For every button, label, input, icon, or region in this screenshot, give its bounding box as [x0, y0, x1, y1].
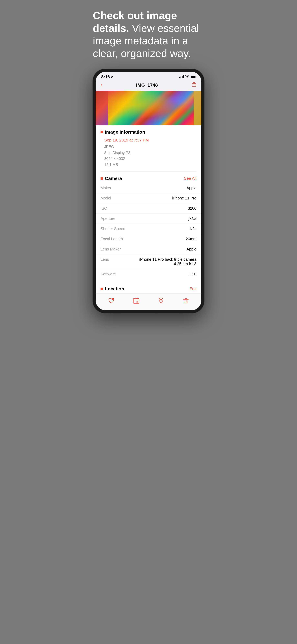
tab-favorites[interactable]: ♡	[99, 297, 124, 304]
maker-value: Apple	[187, 186, 196, 190]
time-display: 8:16	[101, 74, 110, 79]
tab-location[interactable]	[149, 297, 173, 304]
model-value: iPhone 11 Pro	[172, 196, 196, 200]
software-label: Software	[101, 272, 131, 276]
content-area: Image Information Sep 19, 2019 at 7:37 P…	[96, 125, 201, 293]
location-arrow-icon: ➤	[111, 75, 114, 79]
location-check-icon	[158, 297, 164, 304]
software-value: 13.0	[189, 272, 196, 276]
status-icons	[179, 75, 196, 79]
location-title: Location	[105, 286, 124, 292]
wifi-icon	[185, 75, 189, 79]
maker-label: Maker	[101, 186, 131, 190]
image-gallery-strip[interactable]	[96, 91, 201, 125]
camera-maker-row: Maker Apple	[96, 183, 201, 193]
image-date: Sep 19, 2019 at 7:37 PM	[104, 138, 196, 142]
page-wrapper: Check out image details. View essential …	[90, 9, 207, 313]
location-dot	[101, 288, 103, 290]
image-format: JPEG	[104, 144, 196, 150]
camera-model-row: Model iPhone 11 Pro	[96, 193, 201, 203]
iso-label: ISO	[101, 206, 131, 210]
camera-iso-row: ISO 3200	[96, 203, 201, 214]
location-title-row: Location	[101, 286, 124, 292]
tab-calendar[interactable]	[124, 297, 149, 304]
lens-maker-label: Lens Maker	[101, 247, 131, 252]
battery-fill	[191, 76, 195, 78]
camera-title: Camera	[105, 176, 122, 181]
svg-text:♡: ♡	[112, 298, 113, 300]
divider-2	[101, 279, 196, 280]
camera-section-header: Camera See All	[96, 172, 201, 183]
image-info-title: Image Information	[105, 130, 145, 135]
camera-dot	[101, 177, 103, 180]
model-label: Model	[101, 196, 131, 200]
status-time: 8:16 ➤	[101, 74, 114, 79]
focal-value: 26mm	[186, 237, 196, 241]
focal-label: Focal Length	[101, 237, 131, 241]
camera-software-row: Software 13.0	[96, 269, 201, 279]
aperture-value: ƒ/1.8	[188, 216, 196, 221]
iso-value: 3200	[188, 206, 196, 210]
see-all-button[interactable]: See All	[184, 176, 196, 181]
image-left-peek	[96, 91, 108, 125]
calendar-edit-icon	[133, 297, 140, 304]
hero-text-block: Check out image details. View essential …	[90, 9, 207, 69]
heart-badge-icon: ♡	[108, 297, 115, 304]
camera-shutter-row: Shutter Speed 1/2s	[96, 224, 201, 234]
shutter-label: Shutter Speed	[101, 226, 131, 231]
image-main	[108, 91, 194, 125]
status-bar: 8:16 ➤	[96, 72, 201, 80]
lens-maker-value: Apple	[187, 247, 196, 252]
location-edit-button[interactable]: Edit	[189, 286, 196, 291]
image-dimensions: 3024 × 4032	[104, 156, 196, 162]
battery-icon	[191, 76, 196, 78]
signal-icon	[179, 75, 184, 78]
camera-section: Camera See All Maker Apple Model iPhone …	[96, 172, 201, 279]
image-color-profile: 8-bit Display P3	[104, 150, 196, 156]
image-info-section-header: Image Information	[96, 125, 201, 136]
camera-lens-row: Lens iPhone 11 Pro back triple camera 4.…	[96, 254, 201, 269]
share-button[interactable]	[191, 82, 196, 88]
back-button[interactable]: ‹	[101, 82, 102, 88]
aperture-label: Aperture	[101, 216, 131, 221]
tab-trash[interactable]	[173, 297, 198, 304]
trash-icon	[183, 297, 189, 304]
camera-lens-maker-row: Lens Maker Apple	[96, 244, 201, 254]
camera-aperture-row: Aperture ƒ/1.8	[96, 214, 201, 224]
image-info-block: Sep 19, 2019 at 7:37 PM JPEG 8-bit Displ…	[96, 136, 201, 171]
image-info-title-row: Image Information	[101, 130, 145, 135]
image-info-dot	[101, 131, 103, 133]
location-section: Location Edit	[96, 282, 201, 293]
tab-bar: ♡	[96, 293, 201, 310]
camera-title-row: Camera	[101, 176, 122, 181]
nav-title: IMG_1748	[136, 82, 158, 88]
nav-bar: ‹ IMG_1748	[96, 80, 201, 91]
location-section-header: Location Edit	[96, 282, 201, 293]
image-right-peek	[194, 91, 201, 125]
lens-label: Lens	[101, 257, 131, 262]
camera-focal-row: Focal Length 26mm	[96, 234, 201, 244]
phone-shell: 8:16 ➤	[93, 69, 204, 313]
shutter-value: 1/2s	[189, 226, 196, 231]
image-file-size: 12.1 MB	[104, 162, 196, 168]
phone-inner: 8:16 ➤	[96, 72, 201, 310]
lens-value: iPhone 11 Pro back triple camera 4.25mm …	[138, 257, 196, 266]
